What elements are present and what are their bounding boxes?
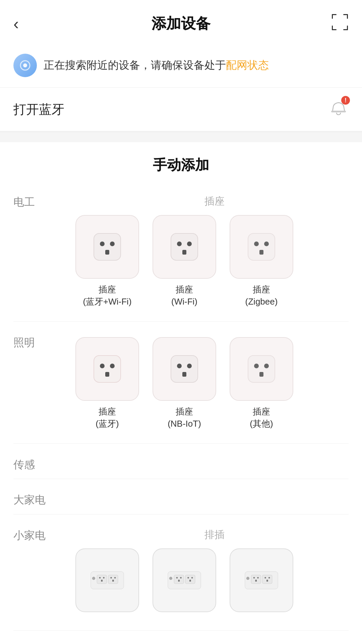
svg-rect-27 bbox=[171, 356, 198, 382]
svg-point-48 bbox=[176, 577, 178, 579]
svg-point-21 bbox=[264, 241, 269, 246]
svg-rect-18 bbox=[182, 250, 186, 255]
svg-rect-31 bbox=[248, 356, 275, 382]
category-label-electrical: 电工 bbox=[0, 188, 67, 210]
svg-point-63 bbox=[268, 577, 270, 579]
category-row-kitchen: 厨房电器 bbox=[0, 634, 362, 644]
manual-title: 手动添加 bbox=[0, 142, 362, 184]
svg-rect-41 bbox=[108, 575, 118, 584]
svg-rect-5 bbox=[332, 25, 333, 30]
svg-point-49 bbox=[180, 577, 182, 579]
outlet-icon-box-5 bbox=[153, 337, 216, 401]
svg-rect-47 bbox=[174, 575, 184, 584]
svg-rect-64 bbox=[266, 580, 268, 582]
svg-point-25 bbox=[110, 364, 115, 368]
searching-indicator bbox=[13, 54, 37, 77]
section-divider bbox=[0, 131, 362, 132]
svg-point-29 bbox=[187, 364, 192, 368]
category-content-electrical: 插座 插座(蓝牙+Wi-Fi) bbox=[67, 188, 362, 315]
svg-point-36 bbox=[92, 577, 95, 580]
page-title: 添加设备 bbox=[152, 14, 210, 34]
divider-3 bbox=[13, 479, 349, 479]
search-banner: 正在搜索附近的设备，请确保设备处于配网状态 bbox=[0, 44, 362, 87]
search-description: 正在搜索附近的设备，请确保设备处于配网状态 bbox=[44, 58, 269, 73]
svg-point-17 bbox=[187, 241, 192, 246]
svg-point-62 bbox=[264, 577, 266, 579]
svg-rect-61 bbox=[262, 575, 272, 584]
svg-rect-34 bbox=[259, 372, 263, 377]
device-outlet-bt-wifi[interactable]: 插座(蓝牙+Wi-Fi) bbox=[74, 215, 141, 308]
device-powerstrip-1[interactable] bbox=[74, 548, 141, 617]
device-name-outlet-other: 插座(其他) bbox=[250, 406, 273, 430]
svg-rect-23 bbox=[94, 356, 121, 382]
device-name-outlet-bt-wifi: 插座(蓝牙+Wi-Fi) bbox=[83, 283, 131, 308]
device-outlet-bt[interactable]: 插座(蓝牙) bbox=[74, 337, 141, 430]
svg-point-9 bbox=[23, 63, 27, 67]
category-label-sensor: 传感 bbox=[0, 450, 67, 472]
svg-point-28 bbox=[177, 364, 182, 368]
svg-point-42 bbox=[110, 577, 112, 579]
svg-rect-54 bbox=[189, 580, 191, 582]
svg-rect-57 bbox=[251, 575, 261, 584]
category-row-sensor: 传感 bbox=[0, 447, 362, 476]
category-content-lighting: 插座(蓝牙) 插座(NB-IoT) bbox=[67, 328, 362, 437]
device-name-outlet-nbiot: 插座(NB-IoT) bbox=[168, 406, 201, 430]
svg-rect-50 bbox=[178, 580, 180, 582]
device-outlet-wifi[interactable]: 插座(Wi-Fi) bbox=[151, 215, 218, 308]
outlet-icon-box-4 bbox=[75, 337, 139, 401]
divider-5 bbox=[13, 630, 349, 631]
back-button[interactable]: ‹ bbox=[13, 14, 19, 33]
category-row-small: 小家电 排插 bbox=[0, 518, 362, 627]
category-content-sensor bbox=[67, 450, 362, 464]
bluetooth-notification[interactable]: ! bbox=[328, 98, 349, 121]
outlet-icon-box-3 bbox=[230, 215, 293, 279]
svg-point-43 bbox=[114, 577, 116, 579]
powerstrip-icon-box-2 bbox=[153, 548, 216, 612]
svg-point-53 bbox=[191, 577, 193, 579]
svg-point-33 bbox=[264, 364, 269, 368]
svg-rect-51 bbox=[185, 575, 195, 584]
category-row-lighting: 照明 插座(蓝牙) bbox=[0, 325, 362, 440]
device-outlet-other[interactable]: 插座(其他) bbox=[228, 337, 295, 430]
svg-point-59 bbox=[257, 577, 259, 579]
svg-point-39 bbox=[103, 577, 105, 579]
header: ‹ 添加设备 bbox=[0, 0, 362, 44]
device-name-outlet-bt: 插座(蓝牙) bbox=[96, 406, 119, 430]
divider-1 bbox=[13, 321, 349, 322]
bluetooth-label: 打开蓝牙 bbox=[13, 101, 64, 118]
scan-button[interactable] bbox=[331, 13, 349, 34]
svg-rect-14 bbox=[105, 250, 109, 255]
device-name-outlet-zigbee: 插座(Zigbee) bbox=[245, 283, 278, 308]
svg-rect-11 bbox=[94, 233, 121, 260]
category-row-electrical: 电工 插座 插座(蓝牙+Wi-Fi) bbox=[0, 184, 362, 318]
device-powerstrip-3[interactable] bbox=[228, 548, 295, 617]
svg-rect-22 bbox=[259, 250, 263, 255]
powerstrip-icon-box-1 bbox=[75, 548, 139, 612]
device-powerstrip-2[interactable] bbox=[151, 548, 218, 617]
svg-rect-37 bbox=[97, 575, 107, 584]
svg-rect-45 bbox=[168, 572, 201, 589]
svg-rect-40 bbox=[101, 580, 103, 582]
category-label-kitchen: 厨房电器 bbox=[0, 637, 67, 644]
category-content-large bbox=[67, 486, 362, 499]
svg-point-20 bbox=[254, 241, 259, 246]
devices-grid-row1: 插座(蓝牙+Wi-Fi) 插座(Wi-Fi) bbox=[74, 215, 355, 308]
devices-grid-row2: 插座(蓝牙) 插座(NB-IoT) bbox=[74, 332, 355, 430]
divider-2 bbox=[13, 443, 349, 444]
svg-point-52 bbox=[187, 577, 189, 579]
svg-rect-44 bbox=[112, 580, 114, 582]
device-outlet-zigbee[interactable]: 插座(Zigbee) bbox=[228, 215, 295, 308]
subcategory-outlet: 插座 bbox=[74, 191, 355, 208]
svg-point-12 bbox=[100, 241, 105, 246]
bluetooth-section: 打开蓝牙 ! bbox=[0, 88, 362, 131]
device-outlet-nbiot[interactable]: 插座(NB-IoT) bbox=[151, 337, 218, 430]
svg-rect-1 bbox=[332, 14, 333, 19]
category-label-large: 大家电 bbox=[0, 486, 67, 507]
category-row-large: 大家电 bbox=[0, 482, 362, 511]
svg-point-24 bbox=[100, 364, 105, 368]
svg-rect-55 bbox=[245, 572, 278, 589]
svg-rect-7 bbox=[347, 25, 348, 30]
svg-rect-30 bbox=[182, 372, 186, 377]
devices-grid-powerstrip bbox=[74, 548, 355, 617]
svg-rect-10 bbox=[331, 111, 346, 112]
